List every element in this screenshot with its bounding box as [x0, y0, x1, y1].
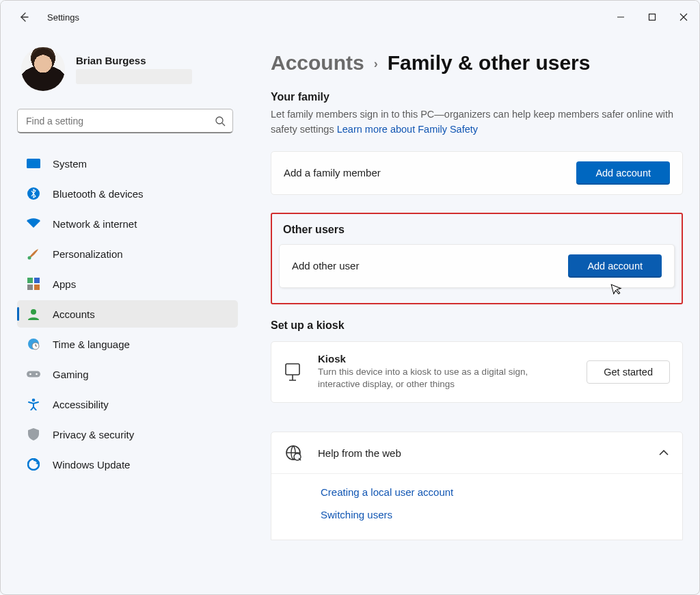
svg-point-14 — [36, 373, 38, 375]
kiosk-icon — [284, 362, 301, 382]
help-title: Help from the web — [318, 447, 643, 459]
nav-label: Accessibility — [53, 399, 109, 410]
minimize-button[interactable] — [605, 1, 636, 34]
bluetooth-icon — [27, 187, 40, 200]
globe-clock-icon — [27, 337, 40, 351]
svg-rect-17 — [286, 364, 299, 375]
family-safety-link[interactable]: Learn more about Family Safety — [337, 124, 478, 135]
nav: System Bluetooth & devices Network & int… — [17, 150, 238, 478]
person-icon — [27, 307, 40, 321]
nav-time[interactable]: Time & language — [17, 330, 238, 358]
help-card: Help from the web Creating a local user … — [271, 432, 683, 540]
section-other-users: Other users — [279, 224, 675, 236]
nav-personalization[interactable]: Personalization — [17, 240, 238, 267]
update-icon — [27, 458, 40, 471]
nav-label: Accounts — [53, 308, 95, 320]
nav-label: Personalization — [53, 248, 123, 260]
nav-bluetooth[interactable]: Bluetooth & devices — [17, 180, 238, 207]
nav-label: Time & language — [53, 339, 130, 350]
window-title: Settings — [47, 12, 79, 23]
svg-point-15 — [32, 399, 36, 402]
content: Accounts › Family & other users Your fam… — [243, 34, 699, 594]
search-icon — [215, 116, 226, 127]
title-bar: Settings — [1, 1, 699, 34]
nav-accessibility[interactable]: Accessibility — [17, 391, 238, 418]
svg-rect-7 — [27, 285, 33, 290]
nav-label: Gaming — [53, 369, 89, 380]
nav-label: System — [53, 158, 87, 170]
add-family-account-button[interactable]: Add account — [576, 161, 670, 185]
add-other-user-label: Add other user — [292, 260, 568, 272]
nav-gaming[interactable]: Gaming — [17, 360, 238, 388]
sidebar: Brian Burgess System Bluetooth & devi — [1, 34, 243, 594]
chevron-right-icon: › — [374, 57, 378, 71]
shield-icon — [27, 427, 40, 441]
search-box[interactable] — [17, 109, 233, 133]
system-icon — [27, 157, 40, 170]
chevron-up-icon — [659, 449, 669, 456]
svg-point-13 — [29, 373, 31, 375]
gamepad-icon — [27, 367, 40, 381]
family-description: Let family members sign in to this PC—or… — [271, 107, 683, 137]
add-other-account-button[interactable]: Add account — [568, 254, 662, 278]
svg-rect-0 — [649, 14, 656, 21]
kiosk-get-started-button[interactable]: Get started — [587, 360, 670, 384]
kiosk-card: Kiosk Turn this device into a kiosk to u… — [271, 341, 683, 404]
close-button[interactable] — [668, 1, 699, 34]
accessibility-icon — [27, 397, 40, 411]
page-title: Family & other users — [388, 51, 591, 75]
nav-label: Privacy & security — [53, 429, 134, 440]
help-link-local-account[interactable]: Creating a local user account — [321, 486, 682, 498]
nav-update[interactable]: Windows Update — [17, 451, 238, 478]
other-users-highlight: Other users Add other user Add account — [271, 213, 683, 304]
wifi-icon — [27, 217, 40, 230]
svg-point-1 — [216, 117, 223, 124]
brush-icon — [27, 247, 40, 261]
profile-block[interactable]: Brian Burgess — [17, 47, 238, 91]
apps-icon — [27, 277, 40, 291]
add-family-label: Add a family member — [284, 167, 576, 178]
nav-label: Bluetooth & devices — [53, 188, 144, 200]
svg-rect-6 — [34, 278, 40, 283]
breadcrumb-parent[interactable]: Accounts — [271, 51, 364, 75]
help-links: Creating a local user account Switching … — [271, 474, 682, 540]
nav-apps[interactable]: Apps — [17, 270, 238, 298]
nav-label: Network & internet — [53, 218, 137, 230]
avatar — [21, 47, 65, 91]
kiosk-title: Kiosk — [318, 353, 570, 365]
breadcrumb: Accounts › Family & other users — [271, 51, 683, 75]
back-button[interactable] — [14, 8, 33, 27]
svg-rect-8 — [34, 285, 40, 290]
add-family-card: Add a family member Add account — [271, 151, 683, 195]
nav-privacy[interactable]: Privacy & security — [17, 421, 238, 448]
nav-label: Windows Update — [53, 459, 130, 471]
svg-rect-2 — [27, 159, 40, 168]
nav-network[interactable]: Network & internet — [17, 210, 238, 237]
nav-system[interactable]: System — [17, 150, 238, 177]
search-input[interactable] — [25, 115, 215, 127]
svg-point-9 — [31, 309, 36, 315]
help-link-switching-users[interactable]: Switching users — [321, 509, 682, 520]
section-your-family: Your family — [271, 91, 683, 103]
svg-rect-12 — [27, 371, 40, 377]
nav-label: Apps — [53, 278, 76, 290]
svg-rect-5 — [27, 278, 33, 283]
help-header[interactable]: Help from the web — [271, 432, 682, 474]
svg-point-4 — [28, 256, 31, 260]
section-kiosk: Set up a kiosk — [271, 319, 683, 332]
maximize-button[interactable] — [636, 1, 668, 34]
profile-email-redacted — [76, 69, 192, 84]
nav-accounts[interactable]: Accounts — [17, 300, 238, 328]
kiosk-desc: Turn this device into a kiosk to use as … — [318, 366, 570, 392]
profile-name: Brian Burgess — [76, 55, 192, 66]
globe-help-icon — [285, 445, 301, 461]
add-other-user-card: Add other user Add account — [279, 244, 675, 288]
